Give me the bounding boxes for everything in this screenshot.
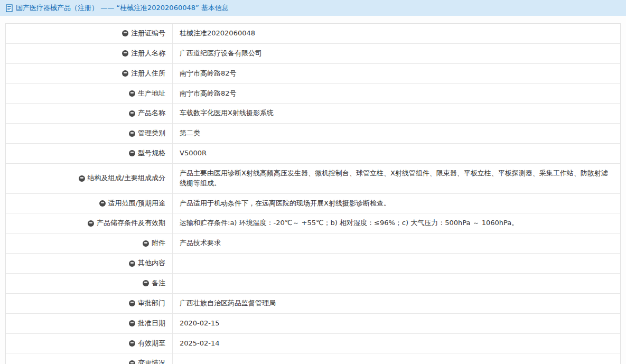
row-value xyxy=(173,254,620,273)
note-circle-icon xyxy=(129,360,135,364)
table-row: 产品名称 车载数字化医用X射线摄影系统 xyxy=(6,104,620,124)
row-label-text: 适用范围/预期用途 xyxy=(108,199,165,209)
row-value: 第二类 xyxy=(173,124,620,143)
page: 国产医疗器械产品（注册） —— “桂械注准20202060048” 基本信息 注… xyxy=(0,0,626,364)
row-value-text: 第二类 xyxy=(180,129,200,137)
row-label-text: 注册证编号 xyxy=(131,29,165,39)
row-label: 审批部门 xyxy=(6,294,173,313)
row-value: 运输和贮存条件:a) 环境温度：-20℃～ +55℃；b) 相对湿度：≤96%；… xyxy=(173,213,620,233)
row-label: 注册证编号 xyxy=(6,24,173,43)
note-circle-icon xyxy=(129,340,135,347)
note-circle-icon xyxy=(122,30,128,36)
table-row: 注册人住所 南宁市高岭路82号 xyxy=(6,64,620,84)
row-label-text: 型号规格 xyxy=(138,148,165,158)
row-label: 变更情况 xyxy=(6,353,173,364)
row-value-text: 南宁市高岭路82号 xyxy=(180,89,237,97)
row-label-text: 有效期至 xyxy=(138,339,165,349)
row-value: V5000R xyxy=(173,144,620,163)
note-circle-icon xyxy=(122,70,128,77)
table-row: 生产地址 南宁市高岭路82号 xyxy=(6,84,620,104)
row-label: 适用范围/预期用途 xyxy=(6,194,173,213)
note-circle-icon xyxy=(79,175,85,182)
note-circle-icon xyxy=(129,110,135,117)
row-value-text: V5000R xyxy=(180,149,207,157)
table-row: 产品储存条件及有效期 运输和贮存条件:a) 环境温度：-20℃～ +55℃；b)… xyxy=(6,213,620,234)
table-row: 备注 xyxy=(6,274,620,294)
row-label: 管理类别 xyxy=(6,124,173,143)
row-value-text: 运输和贮存条件:a) 环境温度：-20℃～ +55℃；b) 相对湿度：≤96%；… xyxy=(180,219,518,227)
row-value-text: 产品主要由医用诊断X射线高频高压发生器、微机控制台、球管立柱、X射线管组件、限束… xyxy=(180,169,608,187)
row-label: 产品名称 xyxy=(6,104,173,123)
row-label-text: 批准日期 xyxy=(138,319,165,329)
row-value: 南宁市高岭路82号 xyxy=(173,64,620,83)
row-label: 附件 xyxy=(6,234,173,253)
note-circle-icon xyxy=(129,300,135,306)
row-value-text: 南宁市高岭路82号 xyxy=(180,69,237,77)
row-value-text: 产品技术要求 xyxy=(180,239,221,247)
row-label: 注册人名称 xyxy=(6,44,173,63)
row-label: 产品储存条件及有效期 xyxy=(6,213,173,233)
row-value: 南宁市高岭路82号 xyxy=(173,84,620,104)
row-value-text: 产品适用于机动条件下，在远离医院的现场开展X射线摄影诊断检查。 xyxy=(180,199,390,207)
row-label-text: 产品名称 xyxy=(138,108,165,118)
note-circle-icon xyxy=(99,200,106,207)
row-label-text: 其他内容 xyxy=(138,258,165,268)
note-circle-icon xyxy=(129,320,135,326)
note-circle-icon xyxy=(129,90,135,97)
page-title: 国产医疗器械产品（注册） —— “桂械注准20202060048” 基本信息 xyxy=(16,3,229,13)
note-circle-icon xyxy=(122,50,128,57)
table-row: 变更情况 xyxy=(6,353,620,364)
row-value-text: 车载数字化医用X射线摄影系统 xyxy=(180,109,274,117)
row-label: 型号规格 xyxy=(6,144,173,163)
row-label-text: 审批部门 xyxy=(138,298,165,309)
row-value: 产品主要由医用诊断X射线高频高压发生器、微机控制台、球管立柱、X射线管组件、限束… xyxy=(173,164,620,193)
table-row: 其他内容 xyxy=(6,254,620,274)
note-circle-icon xyxy=(129,150,135,156)
note-circle-icon xyxy=(129,260,135,267)
row-label-text: 注册人住所 xyxy=(131,69,165,79)
table-row: 注册证编号 桂械注准20202060048 xyxy=(6,24,620,44)
row-label: 注册人住所 xyxy=(6,64,173,83)
row-value xyxy=(173,274,620,293)
row-value: 2025-02-14 xyxy=(173,334,620,353)
row-label: 有效期至 xyxy=(6,334,173,353)
row-label-text: 注册人名称 xyxy=(131,49,165,59)
row-label: 备注 xyxy=(6,274,173,293)
row-label: 批准日期 xyxy=(6,314,173,333)
table-row: 适用范围/预期用途 产品适用于机动条件下，在远离医院的现场开展X射线摄影诊断检查… xyxy=(6,194,620,214)
table-row: 注册人名称 广西道纪医疗设备有限公司 xyxy=(6,44,620,64)
table-row: 审批部门 广西壮族自治区药品监督管理局 xyxy=(6,294,620,314)
row-label: 结构及组成/主要组成成分 xyxy=(6,164,173,193)
row-value: 车载数字化医用X射线摄影系统 xyxy=(173,104,620,123)
table-row: 有效期至 2025-02-14 xyxy=(6,334,620,354)
row-value-text: 广西壮族自治区药品监督管理局 xyxy=(180,299,276,307)
row-value-text: 2025-02-14 xyxy=(180,339,220,347)
note-circle-icon xyxy=(143,240,149,247)
document-icon xyxy=(5,4,13,12)
row-label-text: 结构及组成/主要组成成分 xyxy=(88,173,165,183)
row-label: 生产地址 xyxy=(6,84,173,104)
row-value: 桂械注准20202060048 xyxy=(173,24,620,43)
table-row: 型号规格 V5000R xyxy=(6,144,620,164)
row-label-text: 备注 xyxy=(152,278,165,288)
row-label-text: 管理类别 xyxy=(138,128,165,138)
row-value-text: 广西道纪医疗设备有限公司 xyxy=(180,49,262,57)
breadcrumb-bar: 国产医疗器械产品（注册） —— “桂械注准20202060048” 基本信息 xyxy=(0,0,626,16)
row-value-text: 2020-02-15 xyxy=(180,319,220,327)
row-value-text: 桂械注准20202060048 xyxy=(180,29,255,37)
note-circle-icon xyxy=(88,220,94,227)
row-value: 产品适用于机动条件下，在远离医院的现场开展X射线摄影诊断检查。 xyxy=(173,194,620,213)
table-row: 批准日期 2020-02-15 xyxy=(6,314,620,334)
row-label: 其他内容 xyxy=(6,254,173,273)
row-value: 产品技术要求 xyxy=(173,234,620,253)
row-label-text: 生产地址 xyxy=(138,89,165,99)
row-label-text: 变更情况 xyxy=(138,358,165,364)
row-value: 2020-02-15 xyxy=(173,314,620,333)
note-circle-icon xyxy=(129,130,135,137)
row-value: 广西壮族自治区药品监督管理局 xyxy=(173,294,620,313)
info-table: 注册证编号 桂械注准20202060048 注册人名称 广西道纪医疗设备有限公司… xyxy=(5,23,621,364)
row-label-text: 产品储存条件及有效期 xyxy=(97,218,165,228)
table-row: 结构及组成/主要组成成分 产品主要由医用诊断X射线高频高压发生器、微机控制台、球… xyxy=(6,164,620,194)
note-circle-icon xyxy=(143,280,149,286)
table-row: 附件 产品技术要求 xyxy=(6,234,620,254)
